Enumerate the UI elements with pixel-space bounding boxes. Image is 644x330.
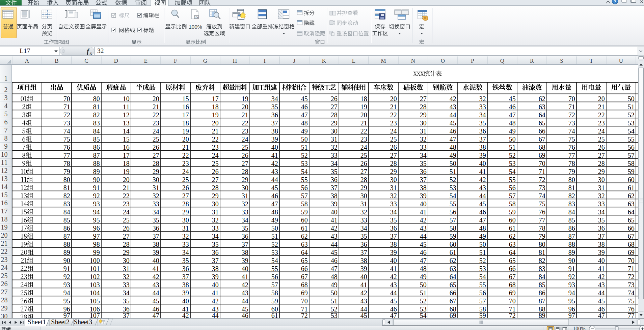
svg-text:19: 19 [212, 111, 219, 119]
svg-text:D: D [114, 58, 118, 64]
svg-text:52: 52 [420, 297, 427, 305]
svg-text:24: 24 [242, 136, 248, 143]
svg-text:25: 25 [123, 216, 130, 224]
svg-text:22: 22 [598, 111, 605, 119]
svg-text:28: 28 [598, 160, 605, 167]
svg-text:40: 40 [479, 160, 486, 167]
svg-text:27: 27 [212, 176, 219, 183]
svg-text:R: R [530, 58, 534, 64]
svg-text:18: 18 [182, 119, 189, 127]
svg-text:45: 45 [479, 200, 486, 208]
svg-text:56: 56 [301, 184, 308, 191]
svg-text:68: 68 [539, 144, 545, 151]
svg-text:42: 42 [390, 273, 397, 280]
svg-text:40: 40 [271, 144, 278, 151]
svg-text:57: 57 [628, 152, 635, 159]
svg-text:20: 20 [212, 119, 219, 127]
svg-text:47: 47 [271, 200, 278, 208]
svg-text:46: 46 [271, 192, 278, 200]
svg-text:M: M [381, 58, 386, 64]
svg-text:79: 79 [63, 168, 70, 175]
svg-text:52: 52 [479, 257, 486, 264]
svg-text:70: 70 [568, 95, 575, 102]
svg-text:71: 71 [539, 168, 545, 175]
svg-text:42: 42 [242, 281, 248, 289]
svg-text:38: 38 [360, 257, 367, 264]
svg-text:85: 85 [568, 216, 575, 224]
svg-text:39: 39 [479, 152, 486, 159]
svg-text:83: 83 [93, 119, 100, 127]
svg-text:30: 30 [242, 184, 248, 191]
svg-text:21: 21 [360, 119, 367, 127]
svg-text:59: 59 [301, 208, 308, 216]
svg-text:46: 46 [420, 249, 427, 256]
svg-text:72: 72 [628, 273, 635, 280]
svg-text:70: 70 [509, 297, 516, 305]
svg-text:80: 80 [63, 176, 70, 183]
svg-text:45: 45 [153, 297, 159, 305]
svg-text:20: 20 [598, 95, 605, 102]
svg-text:S: S [560, 58, 563, 64]
svg-text:40: 40 [598, 257, 605, 264]
svg-text:70: 70 [63, 95, 70, 102]
svg-text:20: 20 [242, 103, 248, 111]
svg-text:48: 48 [331, 273, 338, 280]
svg-text:82: 82 [539, 257, 545, 264]
svg-text:45: 45 [271, 184, 278, 191]
svg-text:49: 49 [301, 127, 308, 135]
svg-text:12: 12 [1, 167, 8, 174]
svg-text:22: 22 [1, 248, 8, 255]
svg-text:31: 31 [212, 208, 219, 216]
svg-text:88: 88 [63, 241, 70, 248]
svg-text:44: 44 [271, 176, 278, 183]
svg-text:88: 88 [93, 160, 100, 167]
svg-text:22: 22 [242, 119, 248, 127]
svg-text:28: 28 [360, 176, 367, 183]
svg-text:13: 13 [123, 119, 130, 127]
svg-text:93: 93 [568, 281, 575, 289]
svg-text:92: 92 [568, 273, 575, 280]
svg-text:73: 73 [63, 119, 70, 127]
svg-text:O: O [441, 58, 445, 64]
svg-text:81: 81 [568, 184, 575, 191]
svg-text:74: 74 [539, 192, 545, 200]
svg-text:55: 55 [450, 200, 456, 208]
svg-text:20: 20 [153, 95, 159, 102]
svg-text:49: 49 [450, 152, 456, 159]
svg-text:75: 75 [539, 200, 545, 208]
svg-text:87: 87 [539, 297, 545, 305]
svg-text:49: 49 [331, 281, 338, 289]
svg-text:59: 59 [628, 168, 635, 175]
svg-text:29: 29 [212, 192, 219, 200]
svg-text:38: 38 [331, 192, 338, 200]
svg-text:23: 23 [242, 127, 248, 135]
svg-text:44: 44 [153, 289, 159, 297]
svg-text:35: 35 [390, 216, 397, 224]
svg-text:32: 32 [331, 144, 338, 151]
svg-text:39: 39 [360, 265, 367, 272]
svg-text:54: 54 [479, 273, 486, 280]
svg-text:57: 57 [479, 297, 486, 305]
svg-text:F: F [174, 58, 177, 64]
svg-text:34: 34 [360, 224, 367, 232]
svg-text:14: 14 [1, 183, 8, 190]
svg-text:L17: L17 [20, 47, 30, 54]
svg-text:75: 75 [568, 136, 575, 143]
svg-text:35: 35 [212, 241, 219, 248]
svg-text:36: 36 [153, 224, 159, 232]
svg-text:38: 38 [242, 249, 248, 256]
svg-text:59: 59 [509, 208, 516, 216]
svg-text:48: 48 [301, 119, 308, 127]
svg-text:17: 17 [182, 111, 189, 119]
svg-text:82: 82 [93, 111, 100, 119]
svg-text:35: 35 [182, 257, 189, 264]
svg-text:51: 51 [450, 168, 456, 175]
svg-text:85: 85 [539, 281, 545, 289]
svg-text:25: 25 [390, 136, 397, 143]
svg-text:52: 52 [271, 241, 278, 248]
svg-text:94: 94 [63, 289, 70, 297]
svg-text:86: 86 [539, 289, 545, 297]
svg-text:42: 42 [271, 160, 278, 167]
svg-text:52: 52 [628, 111, 635, 119]
svg-text:70: 70 [301, 297, 308, 305]
